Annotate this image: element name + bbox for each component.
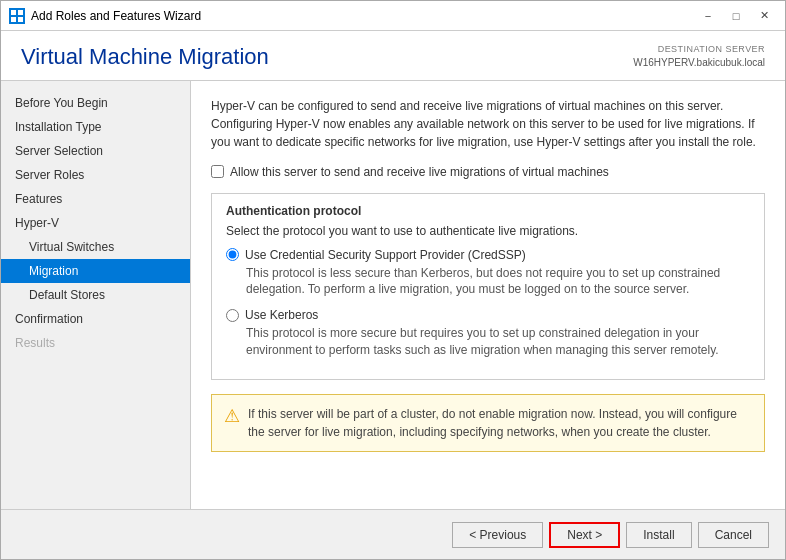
close-button[interactable]: ✕ — [751, 6, 777, 26]
window-controls: − □ ✕ — [695, 6, 777, 26]
warning-icon: ⚠ — [224, 403, 240, 430]
sidebar-item-server-roles[interactable]: Server Roles — [1, 163, 190, 187]
svg-rect-0 — [11, 10, 16, 15]
kerberos-label[interactable]: Use Kerberos — [245, 308, 318, 322]
sidebar-item-confirmation[interactable]: Confirmation — [1, 307, 190, 331]
sidebar-item-before-you-begin[interactable]: Before You Begin — [1, 91, 190, 115]
sidebar-item-virtual-switches[interactable]: Virtual Switches — [1, 235, 190, 259]
install-button[interactable]: Install — [626, 522, 691, 548]
warning-text: If this server will be part of a cluster… — [248, 405, 752, 441]
svg-rect-1 — [18, 10, 23, 15]
allow-migration-row: Allow this server to send and receive li… — [211, 165, 765, 179]
sidebar-item-hyperv[interactable]: Hyper-V — [1, 211, 190, 235]
credssp-label[interactable]: Use Credential Security Support Provider… — [245, 248, 526, 262]
allow-migration-checkbox[interactable] — [211, 165, 224, 178]
page-header: Virtual Machine Migration DESTINATION SE… — [1, 31, 785, 81]
cancel-button[interactable]: Cancel — [698, 522, 769, 548]
sidebar-item-server-selection[interactable]: Server Selection — [1, 139, 190, 163]
previous-button[interactable]: < Previous — [452, 522, 543, 548]
credssp-row: Use Credential Security Support Provider… — [226, 248, 750, 262]
auth-section-title: Authentication protocol — [226, 204, 750, 218]
auth-section-desc: Select the protocol you want to use to a… — [226, 224, 750, 238]
sidebar-item-features[interactable]: Features — [1, 187, 190, 211]
credssp-desc: This protocol is less secure than Kerber… — [226, 265, 750, 299]
kerberos-row: Use Kerberos — [226, 308, 750, 322]
title-bar: Add Roles and Features Wizard − □ ✕ — [1, 1, 785, 31]
main-content: Hyper-V can be configured to send and re… — [191, 81, 785, 509]
footer: < Previous Next > Install Cancel — [1, 509, 785, 559]
auth-section: Authentication protocol Select the proto… — [211, 193, 765, 380]
app-icon — [9, 8, 25, 24]
window-title: Add Roles and Features Wizard — [31, 9, 695, 23]
description-text: Hyper-V can be configured to send and re… — [211, 97, 765, 151]
sidebar-item-migration[interactable]: Migration — [1, 259, 190, 283]
svg-rect-2 — [11, 17, 16, 22]
server-label: DESTINATION SERVER — [633, 43, 765, 56]
sidebar: Before You Begin Installation Type Serve… — [1, 81, 191, 509]
minimize-button[interactable]: − — [695, 6, 721, 26]
kerberos-option: Use Kerberos This protocol is more secur… — [226, 308, 750, 359]
warning-box: ⚠ If this server will be part of a clust… — [211, 394, 765, 452]
maximize-button[interactable]: □ — [723, 6, 749, 26]
content-area: Before You Begin Installation Type Serve… — [1, 81, 785, 509]
sidebar-item-installation-type[interactable]: Installation Type — [1, 115, 190, 139]
svg-rect-3 — [18, 17, 23, 22]
kerberos-desc: This protocol is more secure but require… — [226, 325, 750, 359]
page-title: Virtual Machine Migration — [21, 44, 269, 70]
sidebar-item-results: Results — [1, 331, 190, 355]
main-window: Add Roles and Features Wizard − □ ✕ Virt… — [0, 0, 786, 560]
sidebar-item-default-stores[interactable]: Default Stores — [1, 283, 190, 307]
credssp-radio[interactable] — [226, 248, 239, 261]
server-info: DESTINATION SERVER W16HYPERV.bakicubuk.l… — [633, 43, 765, 70]
allow-migration-label[interactable]: Allow this server to send and receive li… — [230, 165, 609, 179]
next-button[interactable]: Next > — [549, 522, 620, 548]
server-name: W16HYPERV.bakicubuk.local — [633, 56, 765, 70]
credssp-option: Use Credential Security Support Provider… — [226, 248, 750, 299]
kerberos-radio[interactable] — [226, 309, 239, 322]
